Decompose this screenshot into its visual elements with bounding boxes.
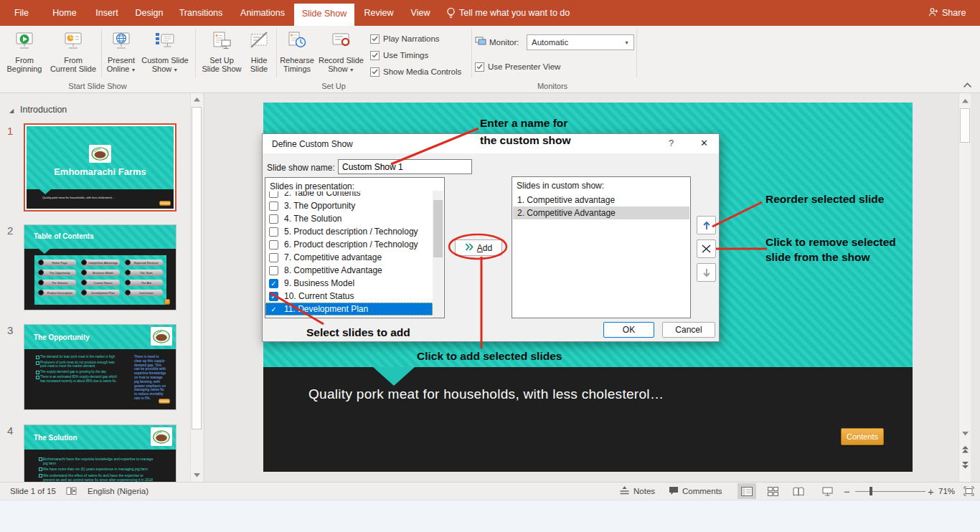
dialog-help-button[interactable]: ?: [669, 138, 674, 148]
toc-item: The Solution: [38, 280, 76, 286]
slide-1-thumbnail[interactable]: Emhomarachi Farms Quality pork meat for …: [24, 123, 176, 212]
slide-show-view-button[interactable]: [818, 483, 837, 499]
zoom-slider-thumb[interactable]: [870, 487, 872, 495]
slides-in-presentation-listbox[interactable]: Slides in presentation: 2. Table of Cont…: [265, 177, 445, 318]
scrollbar-thumb[interactable]: [960, 108, 970, 143]
fit-slide-to-window-button[interactable]: [963, 483, 974, 500]
checkbox-icon: [370, 67, 380, 77]
scroll-down-button[interactable]: [959, 427, 971, 440]
tab-slide-show[interactable]: Slide Show: [294, 4, 354, 26]
slides-in-presentation-header: Slides in presentation:: [270, 181, 354, 191]
set-up-slide-show-button[interactable]: Set Up Slide Show: [201, 29, 242, 82]
list-scrollbar[interactable]: [433, 191, 443, 318]
checkbox[interactable]: [269, 292, 278, 301]
scrollbar-thumb[interactable]: [192, 107, 202, 429]
zoom-level[interactable]: 71%: [938, 483, 955, 500]
tab-animations[interactable]: Animations: [232, 0, 293, 26]
checkbox[interactable]: [269, 214, 278, 224]
hide-slide-button[interactable]: Hide Slide: [244, 29, 274, 82]
scroll-up-button[interactable]: [959, 95, 971, 107]
add-label: Add: [477, 243, 492, 253]
remove-slide-button[interactable]: [697, 239, 716, 258]
zoom-out-button[interactable]: −: [844, 483, 850, 500]
section-title[interactable]: Introduction: [20, 105, 67, 115]
custom-show-item[interactable]: 1. Competitive advantage: [513, 194, 689, 206]
play-narrations-checkbox[interactable]: Play Narrations: [370, 34, 440, 44]
ok-button[interactable]: OK: [603, 322, 654, 338]
tab-home[interactable]: Home: [44, 0, 85, 26]
slides-in-custom-show-listbox[interactable]: Slides in custom show: 1. Competitive ad…: [512, 176, 691, 318]
from-beginning-button[interactable]: From Beginning: [3, 29, 46, 82]
custom-slide-show-button[interactable]: Custom Slide Show▼: [138, 29, 192, 82]
slide-2-thumbnail[interactable]: Table of Contents Home Page Competitive …: [24, 224, 176, 310]
present-online-button[interactable]: Present Online▼: [105, 29, 138, 82]
scrollbar-thumb[interactable]: [433, 200, 443, 257]
tab-review[interactable]: Review: [359, 0, 399, 26]
rehearse-timings-button[interactable]: Rehearse Timings: [278, 29, 316, 82]
slide-list-item[interactable]: 2. Table of Contents: [265, 191, 433, 199]
slide-list-item[interactable]: 4. The Solution: [265, 212, 433, 225]
normal-view-button[interactable]: [738, 483, 756, 499]
slide-list-item[interactable]: 7. Competitive advantage: [265, 251, 433, 264]
move-down-button[interactable]: [697, 263, 716, 282]
slides-in-custom-show-header: Slides in custom show:: [517, 181, 604, 191]
tab-transitions[interactable]: Transitions: [174, 0, 228, 26]
tab-view[interactable]: View: [403, 0, 438, 26]
slide-list-item-selected[interactable]: 11. Development Plan: [265, 303, 433, 315]
slide-list-item[interactable]: 5. Product description / Technology: [265, 225, 433, 238]
slide-4-thumbnail[interactable]: The Solution Emhomarachi have the requis…: [24, 424, 176, 482]
tab-file[interactable]: File: [4, 0, 39, 26]
tab-insert[interactable]: Insert: [89, 0, 125, 26]
use-presenter-view-checkbox[interactable]: Use Presenter View: [475, 62, 560, 72]
slide-list-item[interactable]: 10. Current Status: [265, 290, 433, 303]
checkbox[interactable]: [269, 253, 278, 262]
section-collapse-icon[interactable]: ◢: [9, 108, 14, 114]
slide-list-item[interactable]: 8. Competitive Advantage: [265, 264, 433, 277]
reading-view-button[interactable]: [789, 483, 808, 499]
checkbox[interactable]: [269, 201, 278, 211]
scroll-down-button[interactable]: [191, 469, 203, 481]
zoom-slider-track[interactable]: [855, 491, 925, 492]
checkbox[interactable]: [269, 305, 278, 314]
slide-show-name-input[interactable]: [338, 159, 472, 174]
monitor-dropdown[interactable]: Automatic ▼: [527, 34, 634, 50]
checkbox[interactable]: [269, 240, 278, 250]
notes-button[interactable]: Notes: [619, 483, 655, 500]
dropdown-arrow-icon: ▼: [624, 40, 629, 45]
thumbnails-scrollbar[interactable]: [190, 93, 202, 482]
show-media-controls-checkbox[interactable]: Show Media Controls: [370, 67, 461, 77]
add-button[interactable]: Add: [455, 239, 502, 256]
contents-action-button[interactable]: Contents: [841, 428, 884, 445]
checkbox[interactable]: [269, 191, 278, 198]
slide-tagline-text[interactable]: Quality pork meat for households, with l…: [308, 386, 664, 402]
move-up-button[interactable]: [697, 216, 716, 234]
comments-button[interactable]: Comments: [669, 483, 722, 500]
share-button[interactable]: Share: [928, 0, 966, 26]
checkbox[interactable]: [269, 266, 278, 275]
tab-design[interactable]: Design: [129, 0, 169, 26]
use-timings-checkbox[interactable]: Use Timings: [370, 50, 428, 60]
from-current-slide-button[interactable]: From Current Slide: [47, 29, 99, 82]
slide-3-thumbnail[interactable]: The Opportunity The demand for lean pork…: [24, 324, 176, 410]
dialog-close-button[interactable]: ✕: [700, 138, 708, 148]
zoom-in-button[interactable]: +: [928, 483, 934, 500]
checkbox[interactable]: [269, 227, 278, 237]
collapse-ribbon-button[interactable]: [963, 80, 972, 90]
record-slide-show-button[interactable]: Record Slide Show▼: [317, 29, 365, 82]
next-slide-button[interactable]: [959, 459, 971, 471]
slide-list-item[interactable]: 9. Business Model: [265, 277, 433, 290]
language-indicator[interactable]: English (Nigeria): [88, 483, 149, 500]
checkbox-icon: [475, 62, 484, 72]
cancel-button[interactable]: Cancel: [662, 322, 715, 338]
slide-list-item[interactable]: 6. Product description / Technology: [265, 238, 433, 251]
scroll-up-button[interactable]: [191, 93, 203, 105]
slide-number-indicator[interactable]: Slide 1 of 15: [10, 483, 56, 500]
slide-list-item[interactable]: 3. The Opportunity: [265, 199, 433, 212]
checkbox[interactable]: [269, 279, 278, 288]
custom-show-item-selected[interactable]: 2. Competitive Advantage: [513, 206, 689, 219]
slide-sorter-view-button[interactable]: [763, 483, 782, 499]
spell-check-icon[interactable]: [66, 483, 77, 500]
canvas-scrollbar[interactable]: [958, 93, 971, 482]
previous-slide-button[interactable]: [959, 443, 971, 455]
tell-me-box[interactable]: Tell me what you want to do: [459, 0, 570, 26]
